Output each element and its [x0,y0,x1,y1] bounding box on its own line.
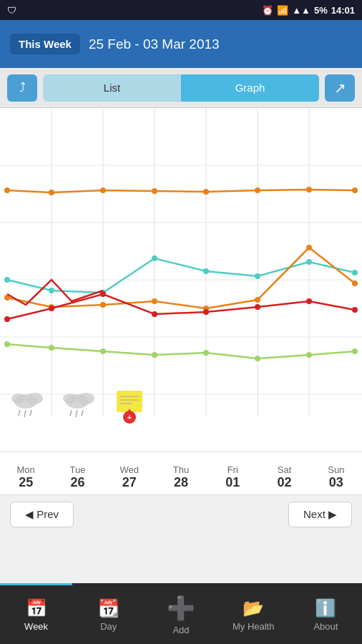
time-text: 14:01 [331,5,355,16]
trend-icon: ↗ [334,79,346,97]
this-week-badge: This Week [10,34,80,54]
week-icon: 📅 [26,598,47,618]
alarm-icon: ⏰ [262,5,273,16]
svg-point-53 [11,394,26,404]
next-button[interactable]: Next ▶ [288,502,352,527]
svg-point-23 [203,268,209,274]
day-wed: Wed 27 [104,452,155,494]
chart-svg: + [0,108,362,452]
nav-week[interactable]: 📅 Week [0,583,72,644]
svg-point-19 [4,277,10,283]
svg-point-11 [4,187,10,193]
svg-point-50 [352,348,358,354]
day-name-fri: Fri [228,464,238,475]
prev-button[interactable]: ◀ Prev [10,502,74,527]
svg-point-43 [4,341,10,347]
svg-point-39 [203,309,209,315]
day-fri: Fri 01 [207,452,258,494]
svg-point-41 [306,298,312,304]
about-label: About [313,621,338,632]
day-num-mon: 25 [19,475,33,490]
svg-point-25 [306,259,312,265]
svg-point-22 [152,255,157,261]
svg-point-18 [352,187,358,193]
svg-line-61 [76,410,77,417]
add-icon: ➕ [167,595,195,622]
share-icon: ⤴ [19,80,26,95]
battery-text: 5% [314,5,328,16]
shield-icon: 🛡 [7,5,16,16]
svg-point-26 [352,270,358,275]
svg-point-24 [255,273,260,279]
chart-area: + [0,108,362,452]
svg-point-29 [100,302,106,308]
share-button[interactable]: ⤴ [7,74,37,102]
svg-line-54 [19,410,20,416]
svg-point-46 [152,352,157,358]
graph-tab[interactable]: Graph [181,74,319,102]
list-tab[interactable]: List [43,74,181,102]
svg-point-52 [26,393,43,404]
day-name-thu: Thu [173,464,189,475]
svg-point-48 [255,356,260,361]
day-num-fri: 01 [225,475,240,490]
svg-point-33 [306,245,312,250]
myhealth-icon: 📂 [243,598,264,618]
toolbar: ⤴ List Graph ↗ [0,68,362,108]
svg-line-60 [70,410,72,416]
svg-line-56 [30,410,31,416]
day-thu: Thu 28 [155,452,207,494]
svg-point-45 [100,348,106,354]
nav-add[interactable]: ➕ Add [145,583,217,644]
svg-point-44 [49,345,54,351]
svg-point-35 [4,316,10,322]
status-left: 🛡 [7,5,16,16]
date-range: 25 Feb - 03 Mar 2013 [89,36,220,52]
day-label: Day [100,621,117,632]
nav-about[interactable]: ℹ️ About [290,583,362,644]
day-name-mon: Mon [16,464,34,475]
week-label: Week [24,621,48,632]
nav-day[interactable]: 📆 Day [72,583,145,644]
svg-point-42 [352,307,358,313]
myhealth-label: My Health [233,621,275,632]
nav-myhealth[interactable]: 📂 My Health [217,583,290,644]
day-mon: Mon 25 [0,452,52,494]
trend-button[interactable]: ↗ [325,74,355,102]
wifi-icon: 📶 [277,5,288,16]
svg-point-32 [255,297,260,303]
status-bar: 🛡 ⏰ 📶 ▲▲ 5% 14:01 [0,0,362,20]
day-icon: 📆 [98,598,119,618]
svg-point-17 [306,187,312,192]
svg-line-62 [82,410,83,416]
svg-point-36 [49,306,54,311]
view-toggle: List Graph [43,74,319,102]
svg-point-16 [255,187,260,193]
day-num-wed: 27 [122,475,137,490]
svg-point-13 [100,187,106,193]
svg-point-49 [306,352,312,358]
svg-point-58 [77,393,94,404]
signal-icon: ▲▲ [292,5,310,16]
svg-point-15 [203,189,209,195]
day-sun: Sun 03 [310,452,362,494]
day-num-tue: 26 [70,475,84,490]
svg-point-20 [49,288,54,293]
day-name-sun: Sun [328,464,344,475]
day-tue: Tue 26 [52,452,103,494]
bottom-nav: 📅 Week 📆 Day ➕ Add 📂 My Health ℹ️ About [0,583,362,644]
svg-text:+: + [127,413,132,421]
day-name-tue: Tue [69,464,85,475]
svg-line-55 [24,410,26,417]
day-num-sat: 02 [278,475,292,490]
svg-point-47 [203,350,209,356]
nav-row: ◀ Prev Next ▶ [0,494,362,534]
header: This Week 25 Feb - 03 Mar 2013 [0,20,362,68]
add-label: Add [172,625,189,635]
svg-point-34 [352,280,358,286]
svg-point-14 [152,188,157,194]
svg-point-40 [255,304,260,310]
svg-point-59 [63,394,77,404]
day-name-sat: Sat [278,464,292,475]
day-num-thu: 28 [174,475,188,490]
